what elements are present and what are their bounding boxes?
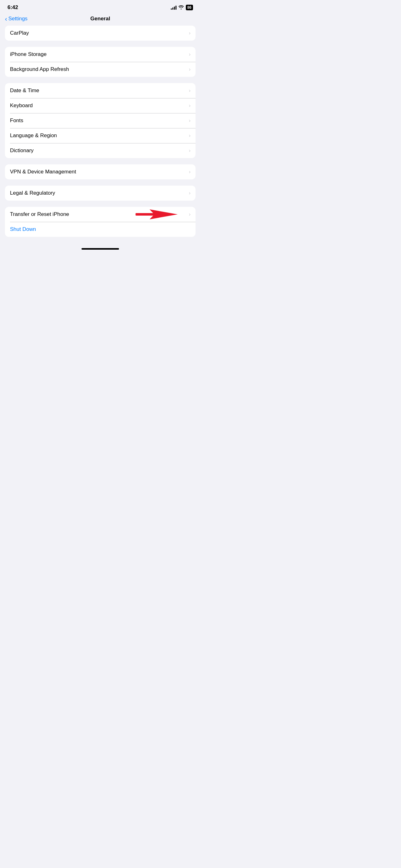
chevron-right-icon: › [189,103,191,108]
settings-row-vpn[interactable]: VPN & Device Management › [5,164,196,179]
chevron-right-icon: › [189,133,191,138]
date-time-label: Date & Time [10,88,39,94]
settings-row-shutdown[interactable]: Shut Down [5,222,196,237]
status-bar: 6:42 86 [0,0,201,13]
dictionary-label: Dictionary [10,148,34,154]
chevron-right-icon: › [189,148,191,153]
chevron-right-icon: › [189,190,191,196]
transfer-reset-label: Transfer or Reset iPhone [10,211,69,217]
settings-row-legal[interactable]: Legal & Regulatory › [5,186,196,200]
chevron-right-icon: › [189,88,191,93]
settings-row-language-region[interactable]: Language & Region › [5,128,196,143]
shutdown-label: Shut Down [10,226,36,232]
settings-row-dictionary[interactable]: Dictionary › [5,143,196,158]
settings-group-reset: Transfer or Reset iPhone › Shut Down [5,207,196,237]
chevron-right-icon: › [189,52,191,57]
vpn-label: VPN & Device Management [10,169,76,175]
home-bar [81,248,119,250]
home-indicator [0,243,201,252]
background-app-refresh-label: Background App Refresh [10,66,69,72]
svg-rect-1 [136,213,156,216]
chevron-right-icon: › [189,118,191,123]
battery-level: 86 [188,5,192,10]
status-time: 6:42 [7,4,18,11]
language-region-label: Language & Region [10,132,57,139]
chevron-right-icon: › [189,169,191,175]
settings-content: CarPlay › iPhone Storage › Background Ap… [0,26,201,237]
signal-icon [171,5,176,10]
back-label: Settings [8,16,28,22]
settings-group-carplay: CarPlay › [5,26,196,41]
settings-group-storage: iPhone Storage › Background App Refresh … [5,47,196,77]
settings-row-date-time[interactable]: Date & Time › [5,83,196,98]
chevron-right-icon: › [189,212,191,217]
chevron-right-icon: › [189,30,191,36]
keyboard-label: Keyboard [10,102,33,109]
svg-marker-0 [149,209,178,219]
back-chevron-icon: ‹ [5,16,7,22]
iphone-storage-label: iPhone Storage [10,51,46,58]
legal-label: Legal & Regulatory [10,190,55,196]
battery-icon: 86 [186,5,193,10]
settings-row-fonts[interactable]: Fonts › [5,113,196,128]
settings-row-iphone-storage[interactable]: iPhone Storage › [5,47,196,62]
settings-group-vpn: VPN & Device Management › [5,164,196,179]
back-button[interactable]: ‹ Settings [5,16,28,22]
status-icons: 86 [171,5,193,10]
nav-header: ‹ Settings General [0,13,201,26]
wifi-icon [178,5,184,10]
page-title: General [90,16,110,22]
carplay-label: CarPlay [10,30,29,36]
settings-row-keyboard[interactable]: Keyboard › [5,98,196,113]
chevron-right-icon: › [189,67,191,72]
settings-group-legal: Legal & Regulatory › [5,186,196,200]
settings-group-locale: Date & Time › Keyboard › Fonts › Languag… [5,83,196,158]
settings-row-background-app-refresh[interactable]: Background App Refresh › [5,62,196,77]
red-arrow-annotation [129,208,179,221]
fonts-label: Fonts [10,118,24,124]
settings-row-transfer-reset[interactable]: Transfer or Reset iPhone › [5,207,196,222]
settings-row-carplay[interactable]: CarPlay › [5,26,196,41]
